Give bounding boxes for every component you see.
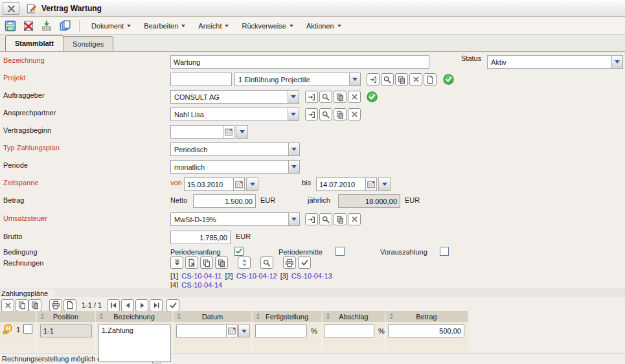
sort-icon[interactable] [255, 313, 262, 320]
sort-icon[interactable] [388, 313, 395, 320]
rechnungen-remove-doc-button[interactable] [185, 256, 198, 269]
umsatzsteuer-copy-button[interactable] [334, 213, 347, 225]
periode-select[interactable]: monatlich [170, 160, 300, 174]
periodenmitte-checkbox[interactable] [335, 247, 345, 256]
row-select-checkbox[interactable] [23, 324, 32, 334]
menu-rueckverweise[interactable]: Rückverweise [235, 19, 299, 32]
ansprechpartner-goto-button[interactable] [305, 108, 318, 120]
column-header-betrag[interactable]: Betrag [386, 311, 467, 322]
chevron-down-icon[interactable] [349, 73, 360, 85]
netto-input[interactable] [193, 194, 256, 208]
projekt-search-button[interactable] [381, 73, 394, 85]
rechnungen-confirm-button[interactable] [298, 256, 311, 269]
zp-prev-page-button[interactable] [121, 299, 134, 312]
chevron-down-icon[interactable] [288, 161, 299, 173]
vertragsbeginn-input[interactable] [170, 125, 223, 139]
menu-ansicht[interactable]: Ansicht [192, 19, 235, 32]
ansprechpartner-remove-button[interactable] [348, 108, 361, 120]
vorauszahlung-checkbox[interactable] [440, 247, 449, 256]
bis-calendar-button[interactable] [365, 177, 377, 191]
rechnungen-search-button[interactable] [260, 256, 273, 269]
auftraggeber-select[interactable]: CONSULT AG [170, 90, 299, 104]
zp-last-page-button[interactable] [150, 299, 163, 312]
zp-next-page-button[interactable] [135, 299, 148, 312]
column-header-bezeichnung[interactable]: Bezeichnung [96, 311, 174, 322]
sort-icon[interactable] [39, 313, 46, 320]
sort-icon[interactable] [176, 313, 183, 320]
zp-print-button[interactable] [49, 299, 62, 312]
zp-copy-special-button[interactable] [28, 299, 41, 312]
zp-first-page-button[interactable] [107, 299, 120, 312]
umsatzsteuer-select[interactable]: MwSt-D-19% [170, 212, 300, 226]
ansprechpartner-select[interactable]: Nahl Lisa [170, 108, 299, 121]
rechnung-link-2[interactable]: CS-10-04-12 [236, 272, 277, 280]
umsatzsteuer-goto-button[interactable] [305, 213, 318, 225]
copy-document-button[interactable] [57, 19, 73, 33]
menu-bearbeiten[interactable]: Bearbeiten [137, 19, 192, 32]
delete-button[interactable] [21, 19, 36, 33]
projekt-remove-button[interactable] [409, 73, 422, 85]
rechnungen-copy-special-button[interactable] [215, 256, 228, 269]
rechnung-link-3[interactable]: CS-10-04-13 [291, 272, 332, 280]
rechnungen-sort-button[interactable] [238, 256, 251, 269]
zp-new-button[interactable] [63, 299, 76, 312]
ansprechpartner-search-button[interactable] [319, 108, 332, 120]
column-header-fertigstellung[interactable]: Fertigstellung [253, 311, 323, 322]
zp-confirm-button[interactable] [166, 299, 179, 312]
auftraggeber-search-button[interactable] [319, 91, 332, 103]
tab-stammblatt[interactable]: Stammblatt [5, 35, 63, 51]
sort-icon[interactable] [324, 313, 332, 320]
bezeichnung-input[interactable] [170, 55, 429, 69]
rechnungen-print-button[interactable] [283, 256, 296, 269]
rechnung-link-1[interactable]: CS-10-04-11 [181, 272, 222, 280]
auftraggeber-copy-button[interactable] [334, 91, 347, 103]
projekt-copy-button[interactable] [395, 73, 408, 85]
zp-copy-button[interactable] [16, 299, 28, 312]
sort-icon[interactable] [98, 313, 105, 320]
zeitspanne-bis-input[interactable] [316, 177, 366, 191]
chevron-down-icon[interactable] [288, 143, 299, 155]
umsatzsteuer-search-button[interactable] [319, 213, 332, 225]
von-dropdown-button[interactable] [246, 177, 258, 191]
status-select[interactable]: Aktiv [487, 55, 623, 69]
column-header-position[interactable]: Position [37, 311, 96, 322]
brutto-input[interactable] [170, 231, 231, 244]
datum-dropdown-button[interactable] [238, 324, 250, 337]
zp-delete-button[interactable] [1, 299, 14, 312]
datum-calendar-button[interactable] [226, 324, 238, 337]
tab-sonstiges[interactable]: Sonstiges [63, 36, 113, 51]
column-header-abschlag[interactable]: Abschlag [323, 311, 386, 322]
close-button[interactable] [3, 2, 19, 15]
ansprechpartner-copy-button[interactable] [334, 108, 347, 120]
typ-zahlungsplan-select[interactable]: Periodisch [170, 142, 300, 156]
rechnungen-insert-button[interactable] [170, 256, 183, 269]
projekt-goto-button[interactable] [367, 73, 380, 85]
chevron-down-icon[interactable] [288, 213, 299, 225]
bis-dropdown-button[interactable] [378, 177, 391, 191]
umsatzsteuer-remove-button[interactable] [348, 213, 361, 225]
column-header-datum[interactable]: Datum [174, 311, 253, 322]
projekt-code-input[interactable] [170, 73, 232, 86]
datum-input[interactable] [176, 324, 227, 337]
periodenanfang-checkbox[interactable] [234, 247, 244, 256]
projekt-new-button[interactable] [424, 73, 437, 85]
edit-document-button[interactable] [23, 3, 39, 15]
fertigstellung-input[interactable] [255, 324, 307, 337]
rechnungen-copy-button[interactable] [200, 256, 213, 269]
basket-button[interactable] [39, 19, 54, 33]
projekt-select[interactable]: 1 Einführung Projectile [234, 73, 361, 86]
vertragsbeginn-dropdown-button[interactable] [236, 125, 248, 139]
auftraggeber-remove-button[interactable] [348, 91, 361, 103]
menu-dokument[interactable]: Dokument [85, 19, 137, 32]
auftraggeber-goto-button[interactable] [305, 91, 318, 103]
von-calendar-button[interactable] [233, 177, 245, 191]
save-button[interactable] [3, 19, 18, 33]
bezeichnung-textarea[interactable]: 1.Zahlung [98, 324, 171, 362]
vertragsbeginn-calendar-button[interactable] [223, 125, 234, 139]
chevron-down-icon[interactable] [611, 56, 622, 68]
zeitspanne-von-input[interactable] [184, 177, 234, 191]
menu-aktionen[interactable]: Aktionen [300, 19, 348, 32]
chevron-down-icon[interactable] [288, 108, 299, 120]
abschlag-input[interactable] [324, 324, 374, 337]
chevron-down-icon[interactable] [288, 91, 299, 103]
